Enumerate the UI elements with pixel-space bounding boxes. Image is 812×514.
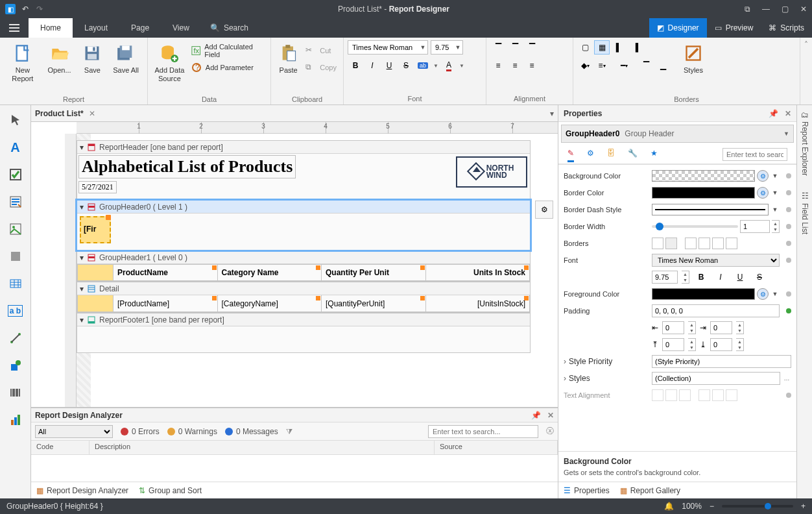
pointer-tool[interactable]: [5, 109, 27, 131]
tab-layout[interactable]: Layout: [73, 18, 119, 38]
prop-background-color[interactable]: Background Color ⚙▼: [564, 167, 791, 184]
mode-designer[interactable]: ◩Designer: [649, 18, 707, 38]
align-top-left[interactable]: ▔: [490, 40, 506, 55]
redo-icon[interactable]: ↷: [36, 5, 43, 14]
add-calculated-field-button[interactable]: fx Add Calculated Field: [189, 43, 267, 58]
restore-window-icon[interactable]: ⧉: [745, 5, 750, 14]
notification-icon[interactable]: 🔔: [664, 502, 674, 511]
font-strike[interactable]: S: [752, 270, 767, 284]
zoom-slider[interactable]: [722, 505, 793, 508]
add-data-source-button[interactable]: Add Data Source: [152, 40, 187, 91]
warnings-counter[interactable]: 0 Warnings: [167, 427, 217, 436]
prop-padding-tb[interactable]: ⤒0▲▼ ⤓0▲▼: [564, 336, 791, 353]
strikethrough-button[interactable]: S: [398, 58, 414, 73]
line-tool[interactable]: [5, 327, 27, 349]
font-bold[interactable]: B: [693, 270, 709, 284]
pin-icon[interactable]: 📌: [769, 109, 778, 118]
analyzer-search-input[interactable]: [428, 425, 538, 438]
border-bottom[interactable]: ▁: [655, 58, 671, 73]
cat-data-icon[interactable]: 🗄: [607, 149, 615, 160]
band-smart-tag-button[interactable]: ⚙: [535, 201, 553, 219]
cell-category[interactable]: [CategoryName]: [222, 299, 278, 308]
font-size-combo[interactable]: ▼: [431, 40, 463, 55]
group-field-first-letter[interactable]: [Fir: [80, 216, 111, 243]
prop-style-priority[interactable]: ›Style Priority: [564, 353, 791, 370]
prop-font-size[interactable]: 9.75▲▼ B I U S: [564, 269, 791, 286]
close-document-icon[interactable]: ✕: [89, 109, 95, 118]
align-top-right[interactable]: ▔: [524, 40, 540, 55]
character-comb-tool[interactable]: a b: [5, 300, 27, 322]
analyzer-filter-select[interactable]: All: [35, 425, 113, 438]
richtext-tool[interactable]: [5, 191, 27, 213]
italic-button[interactable]: I: [364, 58, 380, 73]
chevron-down-icon[interactable]: ▼: [783, 130, 789, 137]
new-report-button[interactable]: New Report: [4, 40, 42, 91]
band-collapse-icon[interactable]: ▾: [80, 202, 84, 212]
border-style[interactable]: ━▾: [611, 58, 637, 73]
ribbon-collapse-icon[interactable]: ˄: [804, 40, 808, 49]
filter-icon[interactable]: ⧩: [286, 427, 293, 436]
font-color-dropdown[interactable]: ▼: [458, 58, 466, 73]
prop-border-color[interactable]: Border Color ⚙▼: [564, 184, 791, 201]
align-mid-center[interactable]: ≡: [507, 58, 523, 73]
band-groupheader1[interactable]: ▾ GroupHeader1 ( Level 0 ) ProductName C…: [77, 251, 531, 282]
save-button[interactable]: Save: [77, 40, 107, 91]
copy-button[interactable]: ⧉Copy: [303, 60, 339, 75]
band-report-footer[interactable]: ▾ ReportFooter1 [one band per report]: [77, 313, 531, 353]
border-none[interactable]: ▢: [577, 40, 593, 55]
design-surface[interactable]: 1234567 ▾ ReportHeader [one band per rep…: [31, 122, 558, 408]
borders-bottom[interactable]: [726, 238, 737, 249]
borders-top[interactable]: [699, 238, 710, 249]
paste-button[interactable]: Paste: [275, 40, 302, 91]
open-button[interactable]: Open...: [43, 40, 77, 91]
cell-unitsinstock[interactable]: [UnitsInStock]: [477, 299, 525, 308]
document-tab[interactable]: Product List*: [35, 109, 84, 118]
smart-tag-icon[interactable]: [106, 215, 111, 220]
pin-icon[interactable]: 📌: [531, 411, 541, 420]
maximize-icon[interactable]: ▢: [782, 5, 789, 14]
tab-home[interactable]: Home: [29, 18, 73, 38]
band-collapse-icon[interactable]: ▾: [80, 143, 84, 152]
logo-image[interactable]: NORTHWIND: [456, 156, 527, 188]
table-tool[interactable]: [5, 273, 27, 295]
colhdr-unitsinstock[interactable]: Units In Stock: [473, 268, 525, 277]
tab-view[interactable]: View: [161, 18, 201, 38]
messages-counter[interactable]: 0 Messages: [225, 427, 278, 436]
mode-preview[interactable]: ▭Preview: [707, 18, 761, 38]
column-headers-row[interactable]: ProductName Category Name Quantity Per U…: [77, 264, 530, 281]
font-italic[interactable]: I: [713, 270, 728, 284]
label-tool[interactable]: A: [5, 136, 27, 158]
chart-tool[interactable]: [5, 409, 27, 431]
band-collapse-icon[interactable]: ▾: [80, 284, 84, 293]
picturebox-tool[interactable]: [5, 218, 27, 240]
bold-button[interactable]: B: [348, 58, 363, 73]
prop-styles[interactable]: ›Styles …: [564, 370, 791, 387]
tab-page[interactable]: Page: [119, 18, 161, 38]
file-menu-button[interactable]: [0, 18, 29, 38]
add-parameter-button[interactable]: ? Add Parameter: [189, 60, 267, 75]
colhdr-qtyperunit[interactable]: Quantity Per Unit: [326, 268, 389, 277]
vtab-report-explorer[interactable]: 🗂Report Explorer: [800, 110, 809, 176]
prop-borders[interactable]: Borders: [564, 235, 791, 252]
styles-button[interactable]: Styles: [677, 40, 710, 91]
save-all-button[interactable]: Save All: [108, 40, 143, 91]
undo-icon[interactable]: ↶: [22, 5, 29, 14]
tab-properties[interactable]: ☰Properties: [564, 486, 610, 495]
colhdr-productname[interactable]: ProductName: [117, 268, 168, 277]
prop-font[interactable]: Font Times New Roman: [564, 252, 791, 269]
tab-report-gallery[interactable]: ▦Report Gallery: [620, 486, 680, 495]
cell-qtyperunit[interactable]: [QuantityPerUnit]: [326, 299, 385, 308]
band-collapse-icon[interactable]: ▾: [80, 315, 84, 324]
properties-search-input[interactable]: [722, 148, 787, 161]
font-family-combo[interactable]: ▼: [348, 40, 428, 55]
align-mid-left[interactable]: ≡: [490, 58, 506, 73]
col-source[interactable]: Source: [435, 441, 558, 454]
ribbon-search[interactable]: 🔍 Search: [201, 18, 257, 38]
panel-tool[interactable]: [5, 245, 27, 267]
cat-behavior-icon[interactable]: ⚙: [587, 149, 594, 160]
mode-scripts[interactable]: ⌘Scripts: [761, 18, 812, 38]
prop-text-alignment[interactable]: Text Alignment: [564, 387, 791, 404]
align-top-center[interactable]: ▔: [507, 40, 523, 55]
borders-left[interactable]: [685, 238, 697, 249]
clear-search-icon[interactable]: ⓧ: [546, 426, 554, 437]
